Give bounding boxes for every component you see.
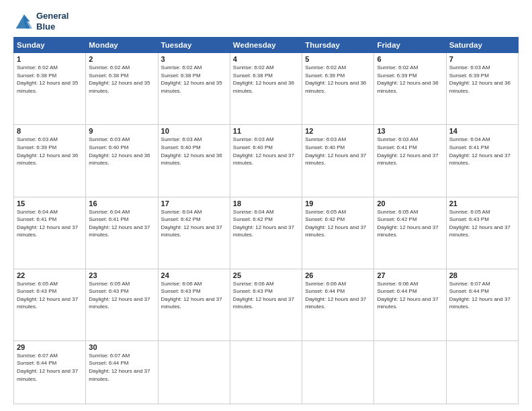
day-info: Sunrise: 6:02 AMSunset: 6:38 PMDaylight:…	[17, 64, 78, 94]
day-info: Sunrise: 6:06 AMSunset: 6:44 PMDaylight:…	[305, 281, 366, 310]
day-number: 4	[233, 55, 299, 63]
calendar-day-cell: 16 Sunrise: 6:04 AMSunset: 6:41 PMDaylig…	[86, 197, 158, 269]
day-number: 2	[89, 55, 154, 63]
weekday-header-cell: Sunday	[14, 38, 86, 53]
day-number: 12	[305, 127, 371, 135]
logo: General Blue	[13, 11, 69, 32]
calendar-day-cell	[230, 340, 302, 404]
day-number: 9	[89, 127, 154, 135]
logo-icon	[13, 12, 34, 31]
calendar-table: SundayMondayTuesdayWednesdayThursdayFrid…	[13, 37, 519, 404]
calendar-day-cell: 25 Sunrise: 6:06 AMSunset: 6:43 PMDaylig…	[230, 269, 302, 340]
day-number: 22	[17, 271, 83, 279]
page: General Blue SundayMondayTuesdayWednesda…	[0, 0, 532, 411]
logo-text: General Blue	[36, 11, 69, 32]
day-number: 28	[449, 271, 515, 279]
weekday-header-cell: Thursday	[302, 38, 374, 53]
calendar-day-cell: 7 Sunrise: 6:03 AMSunset: 6:39 PMDayligh…	[446, 53, 518, 125]
day-info: Sunrise: 6:07 AMSunset: 6:44 PMDaylight:…	[89, 353, 150, 382]
day-info: Sunrise: 6:05 AMSunset: 6:43 PMDaylight:…	[449, 209, 511, 238]
day-number: 11	[233, 127, 299, 135]
day-number: 15	[17, 199, 83, 208]
weekday-header-cell: Wednesday	[230, 38, 302, 53]
day-info: Sunrise: 6:05 AMSunset: 6:42 PMDaylight:…	[305, 209, 366, 238]
day-info: Sunrise: 6:02 AMSunset: 6:38 PMDaylight:…	[233, 64, 294, 94]
calendar-day-cell: 27 Sunrise: 6:06 AMSunset: 6:44 PMDaylig…	[374, 269, 446, 340]
day-number: 5	[305, 55, 371, 63]
calendar-day-cell: 15 Sunrise: 6:04 AMSunset: 6:41 PMDaylig…	[14, 197, 86, 269]
calendar-day-cell: 30 Sunrise: 6:07 AMSunset: 6:44 PMDaylig…	[86, 340, 158, 404]
day-number: 25	[233, 271, 299, 279]
day-number: 8	[17, 127, 83, 135]
day-number: 29	[17, 343, 83, 351]
calendar-day-cell: 23 Sunrise: 6:05 AMSunset: 6:43 PMDaylig…	[86, 269, 158, 340]
day-number: 17	[161, 199, 227, 208]
day-info: Sunrise: 6:06 AMSunset: 6:44 PMDaylight:…	[377, 281, 438, 310]
day-number: 20	[377, 199, 443, 208]
day-number: 1	[17, 55, 83, 63]
day-info: Sunrise: 6:03 AMSunset: 6:39 PMDaylight:…	[449, 64, 511, 94]
day-info: Sunrise: 6:07 AMSunset: 6:44 PMDaylight:…	[17, 353, 78, 382]
calendar-day-cell: 9 Sunrise: 6:03 AMSunset: 6:40 PMDayligh…	[86, 125, 158, 197]
calendar-body: 1 Sunrise: 6:02 AMSunset: 6:38 PMDayligh…	[14, 53, 519, 404]
calendar-day-cell: 20 Sunrise: 6:05 AMSunset: 6:42 PMDaylig…	[374, 197, 446, 269]
day-info: Sunrise: 6:06 AMSunset: 6:43 PMDaylight:…	[161, 281, 222, 310]
calendar-day-cell: 21 Sunrise: 6:05 AMSunset: 6:43 PMDaylig…	[446, 197, 518, 269]
day-info: Sunrise: 6:04 AMSunset: 6:41 PMDaylight:…	[449, 136, 511, 166]
calendar-day-cell: 22 Sunrise: 6:05 AMSunset: 6:43 PMDaylig…	[14, 269, 86, 340]
weekday-header-cell: Friday	[374, 38, 446, 53]
calendar-day-cell: 19 Sunrise: 6:05 AMSunset: 6:42 PMDaylig…	[302, 197, 374, 269]
calendar-day-cell: 14 Sunrise: 6:04 AMSunset: 6:41 PMDaylig…	[446, 125, 518, 197]
calendar-day-cell	[158, 340, 230, 404]
day-info: Sunrise: 6:07 AMSunset: 6:44 PMDaylight:…	[449, 281, 511, 310]
calendar-day-cell: 11 Sunrise: 6:03 AMSunset: 6:40 PMDaylig…	[230, 125, 302, 197]
day-info: Sunrise: 6:02 AMSunset: 6:39 PMDaylight:…	[377, 64, 438, 94]
calendar-day-cell: 24 Sunrise: 6:06 AMSunset: 6:43 PMDaylig…	[158, 269, 230, 340]
calendar-day-cell: 1 Sunrise: 6:02 AMSunset: 6:38 PMDayligh…	[14, 53, 86, 125]
day-info: Sunrise: 6:04 AMSunset: 6:42 PMDaylight:…	[161, 209, 222, 238]
calendar-week-row: 8 Sunrise: 6:03 AMSunset: 6:39 PMDayligh…	[14, 125, 519, 197]
day-info: Sunrise: 6:02 AMSunset: 6:38 PMDaylight:…	[161, 64, 222, 94]
day-number: 18	[233, 199, 299, 208]
day-number: 26	[305, 271, 371, 279]
calendar-day-cell: 3 Sunrise: 6:02 AMSunset: 6:38 PMDayligh…	[158, 53, 230, 125]
calendar-week-row: 15 Sunrise: 6:04 AMSunset: 6:41 PMDaylig…	[14, 197, 519, 269]
calendar-week-row: 22 Sunrise: 6:05 AMSunset: 6:43 PMDaylig…	[14, 269, 519, 340]
day-info: Sunrise: 6:03 AMSunset: 6:40 PMDaylight:…	[305, 136, 366, 166]
day-info: Sunrise: 6:03 AMSunset: 6:39 PMDaylight:…	[17, 136, 78, 166]
day-number: 27	[377, 271, 443, 279]
calendar-week-row: 29 Sunrise: 6:07 AMSunset: 6:44 PMDaylig…	[14, 340, 519, 404]
day-info: Sunrise: 6:03 AMSunset: 6:40 PMDaylight:…	[89, 136, 150, 166]
day-number: 23	[89, 271, 154, 279]
calendar-header-row: SundayMondayTuesdayWednesdayThursdayFrid…	[14, 38, 519, 53]
day-info: Sunrise: 6:04 AMSunset: 6:42 PMDaylight:…	[233, 209, 294, 238]
day-info: Sunrise: 6:02 AMSunset: 6:38 PMDaylight:…	[89, 64, 150, 94]
calendar-day-cell: 28 Sunrise: 6:07 AMSunset: 6:44 PMDaylig…	[446, 269, 518, 340]
calendar-day-cell: 18 Sunrise: 6:04 AMSunset: 6:42 PMDaylig…	[230, 197, 302, 269]
calendar-day-cell: 8 Sunrise: 6:03 AMSunset: 6:39 PMDayligh…	[14, 125, 86, 197]
day-number: 3	[161, 55, 227, 63]
calendar-day-cell: 26 Sunrise: 6:06 AMSunset: 6:44 PMDaylig…	[302, 269, 374, 340]
day-info: Sunrise: 6:04 AMSunset: 6:41 PMDaylight:…	[17, 209, 78, 238]
calendar-day-cell: 6 Sunrise: 6:02 AMSunset: 6:39 PMDayligh…	[374, 53, 446, 125]
calendar-day-cell: 4 Sunrise: 6:02 AMSunset: 6:38 PMDayligh…	[230, 53, 302, 125]
calendar-week-row: 1 Sunrise: 6:02 AMSunset: 6:38 PMDayligh…	[14, 53, 519, 125]
calendar-day-cell: 10 Sunrise: 6:03 AMSunset: 6:40 PMDaylig…	[158, 125, 230, 197]
day-number: 10	[161, 127, 227, 135]
day-info: Sunrise: 6:04 AMSunset: 6:41 PMDaylight:…	[89, 209, 150, 238]
weekday-header-cell: Monday	[86, 38, 158, 53]
day-number: 16	[89, 199, 154, 208]
calendar-day-cell: 29 Sunrise: 6:07 AMSunset: 6:44 PMDaylig…	[14, 340, 86, 404]
day-info: Sunrise: 6:03 AMSunset: 6:40 PMDaylight:…	[233, 136, 294, 166]
calendar-day-cell: 12 Sunrise: 6:03 AMSunset: 6:40 PMDaylig…	[302, 125, 374, 197]
calendar-day-cell	[446, 340, 518, 404]
day-info: Sunrise: 6:03 AMSunset: 6:40 PMDaylight:…	[161, 136, 222, 166]
day-number: 21	[449, 199, 515, 208]
day-info: Sunrise: 6:06 AMSunset: 6:43 PMDaylight:…	[233, 281, 294, 310]
day-number: 13	[377, 127, 443, 135]
day-number: 6	[377, 55, 443, 63]
weekday-header-cell: Tuesday	[158, 38, 230, 53]
calendar-day-cell: 13 Sunrise: 6:03 AMSunset: 6:41 PMDaylig…	[374, 125, 446, 197]
calendar-day-cell	[302, 340, 374, 404]
day-number: 14	[449, 127, 515, 135]
